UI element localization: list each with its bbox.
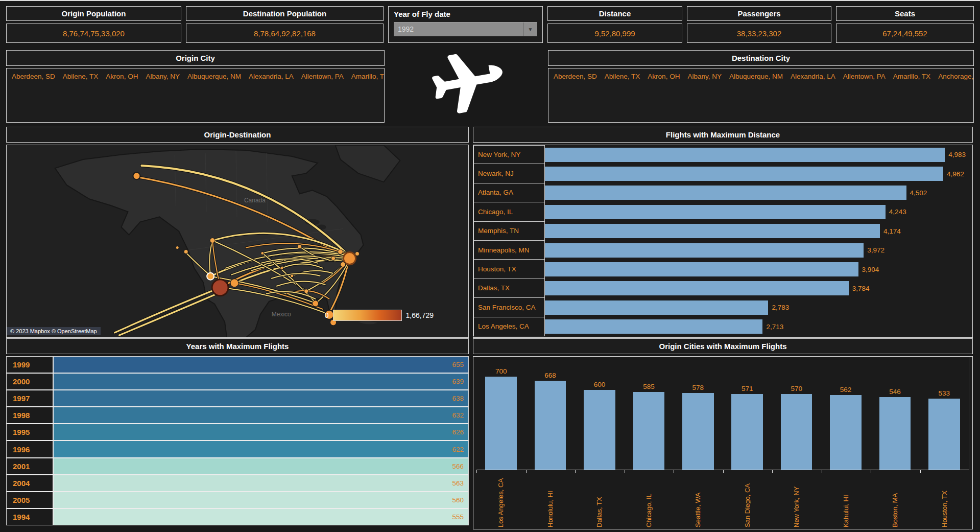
city-label[interactable]: Akron, OH: [106, 73, 138, 80]
origin-city-axis-label[interactable]: Kahului, HI: [822, 470, 871, 527]
years-flights-row[interactable]: 1995626: [7, 424, 468, 441]
year-label[interactable]: 1997: [7, 390, 54, 406]
year-label[interactable]: 2004: [7, 475, 54, 491]
city-label[interactable]: Allentown, PA: [843, 73, 886, 80]
years-flights-row[interactable]: 1994555: [7, 509, 468, 525]
city-label[interactable]: Alexandria, LA: [791, 73, 835, 80]
flights-distance-bar[interactable]: [545, 300, 768, 315]
city-dot[interactable]: [341, 262, 346, 267]
year-flights-bar[interactable]: 555: [54, 509, 468, 525]
city-dot[interactable]: [280, 267, 283, 270]
year-label[interactable]: 1994: [7, 509, 54, 525]
map-svg[interactable]: CanadaMexico: [7, 145, 468, 337]
city-label[interactable]: Abilene, TX: [63, 73, 99, 80]
year-flights-bar[interactable]: 632: [54, 407, 468, 423]
origin-city-axis-label[interactable]: Chicago, IL: [625, 470, 674, 527]
city-label[interactable]: Allentown, PA: [301, 73, 344, 80]
flights-distance-bar[interactable]: [545, 281, 849, 295]
city-label[interactable]: Aberdeen, SD: [12, 73, 55, 80]
city-label[interactable]: Albuquerque, NM: [187, 73, 241, 80]
origin-city-axis-label[interactable]: Seattle, WA: [674, 470, 723, 527]
year-flights-bar[interactable]: 566: [54, 458, 468, 474]
origin-city-flights-bar[interactable]: [830, 395, 862, 470]
year-label[interactable]: 1996: [7, 441, 54, 457]
year-label[interactable]: 2005: [7, 492, 54, 508]
city-label[interactable]: Akron, OH: [648, 73, 680, 80]
year-filter-selected-value[interactable]: 1992: [394, 22, 523, 36]
origin-city-axis-label[interactable]: San Diego, CA: [723, 470, 773, 527]
years-flights-row[interactable]: 2005560: [7, 492, 468, 509]
year-flights-bar[interactable]: 563: [54, 475, 468, 491]
city-dot[interactable]: [344, 252, 356, 265]
city-label[interactable]: Abilene, TX: [605, 73, 640, 80]
origin-city-flights-bar[interactable]: [879, 397, 911, 470]
city-dot[interactable]: [207, 273, 214, 280]
year-flights-bar[interactable]: 655: [54, 357, 468, 373]
flights-distance-category-label[interactable]: Chicago, IL: [473, 202, 545, 221]
flights-distance-bar[interactable]: [545, 262, 858, 276]
flights-distance-bar[interactable]: [545, 243, 864, 258]
year-label[interactable]: 1998: [7, 407, 54, 423]
year-flights-bar[interactable]: 560: [54, 492, 468, 508]
origin-city-flights-bar[interactable]: [535, 381, 566, 470]
flights-distance-category-label[interactable]: San Francisco, CA: [473, 297, 545, 317]
origin-city-flights-bar[interactable]: [928, 399, 960, 470]
year-label[interactable]: 1999: [7, 357, 54, 373]
flights-distance-bar[interactable]: [545, 148, 945, 162]
year-flights-bar[interactable]: 638: [54, 390, 468, 406]
city-dot[interactable]: [212, 280, 228, 296]
flights-distance-category-label[interactable]: Minneapolis, MN: [473, 240, 545, 260]
city-dot[interactable]: [184, 250, 188, 254]
years-flights-row[interactable]: 1996622: [7, 441, 468, 458]
city-label[interactable]: Aberdeen, SD: [554, 73, 597, 80]
years-flights-row[interactable]: 2004563: [7, 475, 468, 492]
origin-city-flights-bar[interactable]: [781, 394, 812, 470]
city-dot[interactable]: [331, 257, 336, 261]
city-dot[interactable]: [133, 172, 140, 179]
city-dot[interactable]: [176, 246, 179, 249]
flights-distance-bar[interactable]: [545, 186, 906, 200]
flights-distance-category-label[interactable]: Newark, NJ: [473, 164, 545, 183]
city-dot[interactable]: [291, 274, 294, 277]
year-flights-bar[interactable]: 639: [54, 374, 468, 389]
city-label[interactable]: Amarillo, TX: [893, 73, 930, 80]
flights-distance-category-label[interactable]: Houston, TX: [473, 259, 545, 279]
year-flights-bar[interactable]: 626: [54, 424, 468, 440]
flights-distance-category-label[interactable]: Memphis, TN: [473, 221, 545, 241]
origin-city-axis-label[interactable]: New York, NY: [772, 470, 822, 527]
city-label[interactable]: Albany, NY: [687, 73, 722, 80]
map-canvas[interactable]: CanadaMexico 0 1,66,729 © 2023 Mapbox © …: [6, 145, 469, 338]
city-label[interactable]: Alexandria, LA: [249, 73, 294, 80]
origin-city-flights-bar[interactable]: [633, 392, 665, 470]
origin-city-flights-bar[interactable]: [485, 377, 517, 470]
city-dot[interactable]: [230, 279, 238, 287]
years-flights-row[interactable]: 2000639: [7, 374, 468, 390]
origin-city-axis-label[interactable]: Houston, TX: [920, 470, 970, 527]
year-label[interactable]: 2000: [7, 374, 54, 389]
year-label[interactable]: 1995: [7, 424, 54, 440]
city-dot[interactable]: [338, 249, 343, 255]
city-dot[interactable]: [298, 245, 302, 249]
year-label[interactable]: 2001: [7, 458, 54, 474]
year-flights-bar[interactable]: 622: [54, 441, 468, 457]
years-flights-row[interactable]: 1997638: [7, 390, 468, 407]
origin-city-flights-bar[interactable]: [731, 394, 763, 470]
origin-city-axis-label[interactable]: Dallas, TX: [575, 470, 625, 527]
origin-city-flights-bar[interactable]: [682, 393, 714, 470]
years-flights-row[interactable]: 2001566: [7, 458, 468, 475]
city-dot[interactable]: [210, 238, 215, 243]
origin-city-flights-bar[interactable]: [584, 390, 615, 470]
city-dot[interactable]: [313, 300, 319, 307]
origin-city-axis-label[interactable]: Los Angeles, CA: [476, 470, 526, 527]
origin-city-axis-label[interactable]: Honolulu, HI: [526, 470, 576, 527]
flights-distance-bar[interactable]: [545, 167, 943, 181]
city-dot[interactable]: [355, 252, 359, 256]
year-filter-dropdown[interactable]: 1992 ▼: [394, 22, 537, 36]
flights-distance-category-label[interactable]: Dallas, TX: [473, 279, 545, 298]
flights-distance-category-label[interactable]: Los Angeles, CA: [473, 317, 545, 336]
chevron-down-icon[interactable]: ▼: [523, 22, 537, 36]
flights-distance-category-label[interactable]: Atlanta, GA: [473, 183, 545, 202]
city-label[interactable]: Albuquerque, NM: [729, 73, 783, 80]
city-label[interactable]: Anchorage, AK: [938, 73, 974, 80]
flights-distance-bar[interactable]: [545, 224, 880, 238]
